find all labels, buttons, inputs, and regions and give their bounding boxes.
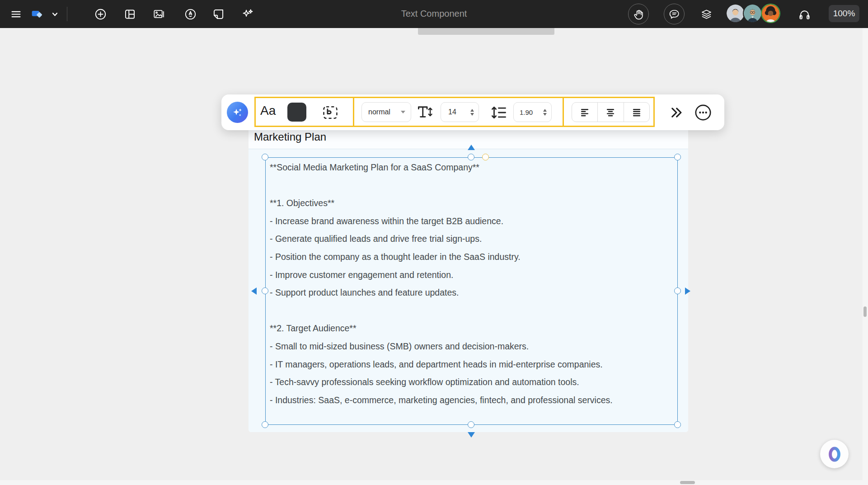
text-color-swatch[interactable] [287, 103, 306, 122]
collaborator-avatar[interactable] [726, 4, 745, 23]
opera-logo-icon [825, 445, 844, 464]
highlight-divider [563, 98, 564, 126]
resize-handle-middle-left[interactable] [262, 287, 268, 294]
font-weight-value: normal [368, 108, 390, 116]
chevron-down-icon [401, 111, 405, 113]
align-left-icon [579, 107, 590, 118]
expand-arrow-down[interactable] [468, 432, 475, 438]
font-size-stepper[interactable]: 14 [441, 102, 479, 122]
more-options-button[interactable] [694, 104, 712, 122]
highlight-divider [353, 98, 354, 126]
ai-sparkles-icon [231, 106, 244, 119]
resize-handle-bottom-right[interactable] [674, 421, 681, 428]
line-height-icon [489, 103, 508, 122]
collaborator-avatar-active[interactable] [761, 4, 780, 23]
align-justify-icon [631, 107, 642, 118]
expand-arrow-left[interactable] [251, 287, 257, 295]
avatar-1-image [727, 5, 744, 22]
stepper-up-icon[interactable] [543, 109, 547, 112]
font-size-icon-button[interactable] [416, 104, 435, 122]
layers-icon [700, 8, 713, 20]
resize-handle-top-center[interactable] [468, 154, 474, 160]
offscreen-canvas-element[interactable] [418, 28, 554, 35]
headphones-icon [798, 8, 811, 20]
expand-arrow-right[interactable] [685, 287, 690, 295]
expand-arrow-up[interactable] [468, 145, 475, 150]
zoom-level-button[interactable]: 100% [829, 5, 859, 22]
vertical-scrollbar-thumb[interactable] [863, 306, 867, 317]
resize-handle-middle-right[interactable] [674, 287, 681, 294]
hand-icon [633, 8, 645, 20]
dashed-frame-icon [321, 104, 339, 122]
selection-rectangle [265, 157, 678, 425]
top-toolbar: Text Component [0, 0, 868, 28]
font-size-arrows [470, 109, 474, 116]
stepper-down-icon[interactable] [543, 113, 547, 116]
line-height-arrows [543, 109, 547, 116]
expand-toolbar-button[interactable] [669, 105, 684, 120]
font-size-value: 14 [448, 108, 456, 116]
alignment-segmented-control [572, 102, 650, 122]
horizontal-scrollbar-track [0, 480, 868, 485]
resize-handle-top-left[interactable] [262, 154, 268, 160]
comment-icon [668, 8, 680, 20]
text-frame-fit-button[interactable] [321, 104, 339, 122]
whiteboard-app: Text Component [0, 0, 868, 485]
avatar-2-image [744, 5, 761, 22]
text-format-toolbar: Aa normal 14 [221, 94, 724, 130]
text-size-icon [416, 103, 435, 122]
pan-tool-button[interactable] [628, 4, 649, 24]
align-center-button[interactable] [597, 103, 623, 122]
opera-browser-button[interactable] [820, 440, 849, 468]
line-height-icon-button[interactable] [489, 104, 508, 122]
audio-button[interactable] [794, 4, 815, 24]
vertical-scrollbar-track [863, 28, 868, 480]
align-justify-button[interactable] [624, 103, 649, 122]
ai-format-button[interactable] [227, 102, 248, 123]
frame-title[interactable]: Marketing Plan [254, 131, 326, 143]
collaborator-avatar[interactable] [743, 4, 762, 23]
line-height-value: 1.90 [520, 108, 533, 116]
stepper-down-icon[interactable] [470, 113, 474, 116]
avatar-3-image [762, 5, 779, 22]
horizontal-scrollbar-thumb[interactable] [680, 481, 695, 484]
resize-handle-top-right[interactable] [674, 154, 681, 160]
adjust-handle-yellow[interactable] [482, 154, 489, 160]
align-left-button[interactable] [572, 103, 597, 122]
line-height-stepper[interactable]: 1.90 [513, 102, 552, 122]
font-weight-dropdown[interactable]: normal [361, 102, 411, 122]
stepper-up-icon[interactable] [470, 109, 474, 112]
comments-button[interactable] [664, 4, 685, 24]
align-center-icon [605, 107, 616, 118]
text-style-button[interactable]: Aa [260, 104, 276, 118]
double-chevron-right-icon [669, 105, 684, 120]
resize-handle-bottom-left[interactable] [262, 421, 268, 428]
layers-button[interactable] [696, 4, 717, 24]
ellipsis-circle-icon [694, 104, 712, 122]
resize-handle-bottom-center[interactable] [468, 421, 474, 428]
